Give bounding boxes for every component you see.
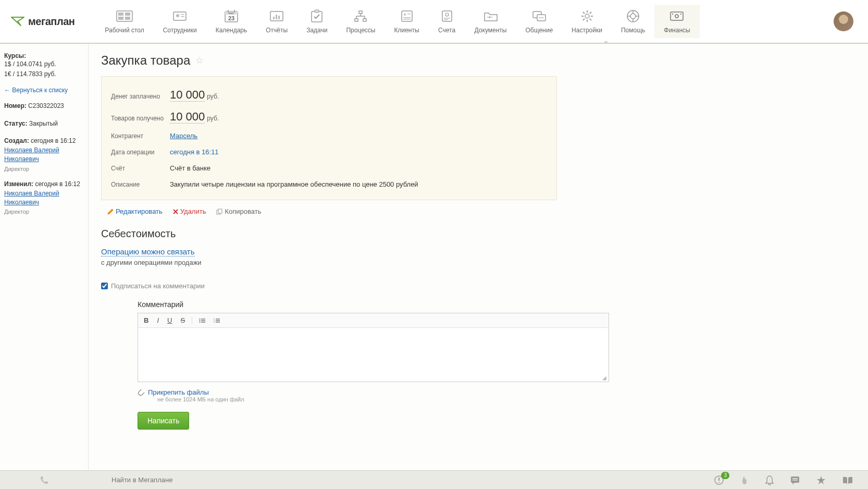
nav-reports[interactable]: Отчёты [256, 5, 297, 38]
svg-rect-36 [444, 19, 448, 20]
changed-label: Изменил: [4, 180, 33, 188]
rte-strike-button[interactable]: S [179, 315, 187, 325]
received-label: Товаров получено [111, 115, 170, 122]
comment-label: Комментарий [138, 300, 609, 309]
rte-italic-button[interactable]: I [155, 315, 160, 325]
svg-point-41 [542, 17, 543, 18]
editor-link[interactable]: Николаев Валерий Николаевич [4, 189, 83, 207]
attach-row: Прикрепить файлы не более 1024 МБ на оди… [138, 388, 609, 402]
back-to-list[interactable]: ← Вернуться к списку [4, 87, 68, 94]
svg-point-39 [539, 17, 540, 18]
svg-point-59 [200, 322, 201, 323]
svg-rect-28 [402, 11, 412, 21]
processes-icon [352, 9, 369, 23]
svg-rect-7 [181, 14, 184, 15]
svg-rect-16 [273, 17, 275, 19]
copy-icon [216, 209, 222, 215]
nav-items: Рабочий стол Сотрудники март23 Календарь… [95, 5, 699, 38]
rte-ol-button[interactable]: 123 [212, 317, 221, 324]
svg-rect-54 [218, 209, 222, 213]
clients-icon [398, 9, 416, 23]
close-icon [173, 209, 178, 214]
svg-rect-22 [355, 19, 358, 21]
nav-calendar[interactable]: март23 Календарь [206, 5, 257, 38]
submit-comment-button[interactable]: Написать [138, 412, 189, 430]
pencil-icon [107, 209, 114, 215]
svg-point-44 [630, 14, 636, 19]
svg-point-40 [541, 17, 542, 18]
nav-processes[interactable]: Процессы [337, 5, 385, 38]
reports-icon [268, 9, 286, 23]
delete-button[interactable]: Удалить [173, 207, 206, 215]
creator-link[interactable]: Николаев Валерий Николаевич [4, 146, 83, 164]
desc-label: Описание [111, 181, 170, 188]
svg-rect-23 [363, 19, 366, 21]
svg-point-29 [404, 14, 406, 16]
account-value: Счёт в банке [170, 164, 210, 172]
logo-icon [10, 16, 25, 27]
subscribe-label: Подписаться на комментарии [111, 282, 205, 290]
svg-text:март: март [228, 11, 234, 15]
svg-rect-30 [407, 14, 411, 15]
rate-eur: 1€ / 114.7833 руб. [4, 69, 83, 79]
resize-handle[interactable]: ◢ [138, 374, 609, 382]
svg-rect-51 [672, 14, 673, 15]
svg-point-55 [200, 319, 201, 320]
nav-help[interactable]: Помощь [612, 5, 654, 38]
rte-underline-button[interactable]: U [166, 315, 173, 325]
logo[interactable]: мегаплан [10, 16, 75, 28]
documents-icon [482, 9, 500, 23]
nav-finance[interactable]: Финансы [654, 5, 699, 38]
contragent-link[interactable]: Марсель [170, 132, 197, 140]
status-label: Статус: [4, 120, 27, 127]
copy-button[interactable]: Копировать [216, 207, 261, 215]
svg-text:3: 3 [214, 321, 215, 323]
subscribe-checkbox[interactable] [101, 283, 108, 289]
rte-ul-button[interactable] [197, 317, 207, 324]
svg-rect-17 [276, 15, 277, 19]
editor-role: Директор [4, 209, 83, 215]
svg-point-34 [445, 13, 449, 16]
attach-note: не более 1024 МБ на один файл [157, 396, 244, 402]
svg-point-42 [585, 14, 589, 18]
nav-chat[interactable]: Общение [516, 5, 562, 38]
logo-text: мегаплан [28, 16, 75, 28]
invoices-icon [438, 9, 456, 23]
nav-indicator [603, 41, 609, 44]
nav-tasks[interactable]: Задачи [297, 5, 337, 38]
nav-settings[interactable]: Настройки [562, 5, 612, 38]
rte-toolbar: B I U S 123 [138, 313, 609, 328]
link-operation[interactable]: Операцию можно связать [101, 247, 195, 256]
number-label: Номер: [4, 102, 27, 109]
comment-editor: B I U S 123 ◢ [138, 313, 609, 382]
nav-desktop[interactable]: Рабочий стол [95, 5, 153, 38]
nav-employees[interactable]: Сотрудники [154, 5, 206, 38]
nav-clients[interactable]: Клиенты [385, 5, 428, 38]
finance-icon [668, 9, 686, 23]
action-bar: Редактировать Удалить Копировать [101, 207, 855, 215]
cost-subtext: с другими операциями продажи [101, 259, 202, 266]
svg-rect-4 [125, 17, 130, 20]
svg-rect-1 [118, 13, 123, 16]
op-date-label: Дата операции [111, 149, 170, 156]
rates-title: Курсы: [4, 52, 83, 59]
user-avatar[interactable] [834, 11, 853, 31]
rte-bold-button[interactable]: B [142, 315, 150, 325]
favorite-star-icon[interactable]: ☆ [195, 55, 204, 66]
edit-button[interactable]: Редактировать [107, 207, 163, 215]
subscribe-row: Подписаться на комментарии [101, 282, 855, 290]
rte-separator [192, 317, 192, 324]
paid-value: 10 000 [170, 88, 205, 102]
account-label: Счёт [111, 165, 170, 172]
comment-textarea[interactable] [138, 328, 609, 374]
calendar-icon: март23 [222, 9, 240, 23]
paperclip-icon [138, 388, 145, 396]
desc-value: Закупили четыре лицензии на программное … [170, 180, 418, 188]
svg-rect-32 [403, 19, 411, 20]
nav-documents[interactable]: Документы [465, 5, 516, 38]
op-date-value[interactable]: сегодня в 16:11 [170, 148, 219, 156]
svg-rect-49 [671, 12, 683, 20]
svg-rect-2 [125, 13, 130, 16]
nav-invoices[interactable]: Счета [429, 5, 465, 38]
attach-link[interactable]: Прикрепить файлы [148, 388, 209, 396]
